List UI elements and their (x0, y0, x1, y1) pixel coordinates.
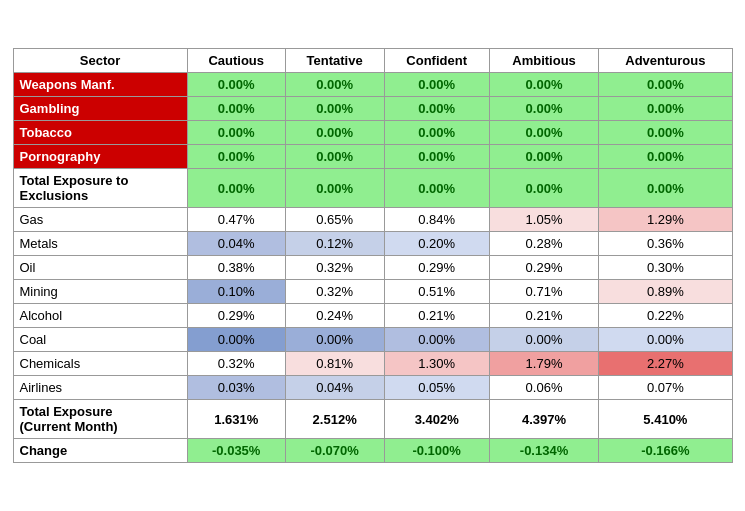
data-value-cell: 1.79% (489, 352, 598, 376)
total-exclusion-row: Total Exposure toExclusions0.00%0.00%0.0… (13, 169, 732, 208)
col-header-cautious: Cautious (187, 49, 285, 73)
data-row: Mining0.10%0.32%0.51%0.71%0.89% (13, 280, 732, 304)
total-month-sector: Total Exposure(Current Month) (13, 400, 187, 439)
data-value-cell: 0.32% (285, 256, 384, 280)
total-month-value: 1.631% (187, 400, 285, 439)
col-header-tentative: Tentative (285, 49, 384, 73)
total-exclusion-value: 0.00% (489, 169, 598, 208)
sector-cell: Gas (13, 208, 187, 232)
exposure-table: Sector Cautious Tentative Confident Ambi… (13, 48, 733, 463)
data-value-cell: 0.12% (285, 232, 384, 256)
data-value-cell: 0.38% (187, 256, 285, 280)
data-value-cell: 0.20% (384, 232, 489, 256)
data-row: Oil0.38%0.32%0.29%0.29%0.30% (13, 256, 732, 280)
data-value-cell: 0.89% (599, 280, 732, 304)
data-value-cell: 2.27% (599, 352, 732, 376)
sector-cell: Mining (13, 280, 187, 304)
data-row: Metals0.04%0.12%0.20%0.28%0.36% (13, 232, 732, 256)
exclusion-row: Gambling0.00%0.00%0.00%0.00%0.00% (13, 97, 732, 121)
data-value-cell: 0.51% (384, 280, 489, 304)
data-row: Chemicals0.32%0.81%1.30%1.79%2.27% (13, 352, 732, 376)
data-value-cell: 0.81% (285, 352, 384, 376)
sector-cell: Chemicals (13, 352, 187, 376)
value-cell: 0.00% (384, 121, 489, 145)
change-value: -0.035% (187, 439, 285, 463)
data-value-cell: 0.29% (384, 256, 489, 280)
data-value-cell: 0.32% (187, 352, 285, 376)
value-cell: 0.00% (489, 121, 598, 145)
value-cell: 0.00% (489, 145, 598, 169)
col-header-confident: Confident (384, 49, 489, 73)
col-header-adventurous: Adventurous (599, 49, 732, 73)
col-header-sector: Sector (13, 49, 187, 73)
data-value-cell: 0.00% (384, 328, 489, 352)
sector-cell: Coal (13, 328, 187, 352)
total-month-value: 3.402% (384, 400, 489, 439)
value-cell: 0.00% (599, 121, 732, 145)
total-exclusion-value: 0.00% (187, 169, 285, 208)
data-value-cell: 0.00% (285, 328, 384, 352)
data-value-cell: 0.03% (187, 376, 285, 400)
value-cell: 0.00% (187, 145, 285, 169)
data-value-cell: 0.06% (489, 376, 598, 400)
data-row: Alcohol0.29%0.24%0.21%0.21%0.22% (13, 304, 732, 328)
data-value-cell: 0.30% (599, 256, 732, 280)
change-row: Change-0.035%-0.070%-0.100%-0.134%-0.166… (13, 439, 732, 463)
value-cell: 0.00% (599, 73, 732, 97)
value-cell: 0.00% (285, 145, 384, 169)
change-value: -0.070% (285, 439, 384, 463)
data-value-cell: 0.07% (599, 376, 732, 400)
data-value-cell: 0.71% (489, 280, 598, 304)
change-value: -0.100% (384, 439, 489, 463)
data-value-cell: 0.65% (285, 208, 384, 232)
value-cell: 0.00% (285, 73, 384, 97)
value-cell: 0.00% (599, 145, 732, 169)
sector-cell: Airlines (13, 376, 187, 400)
exclusion-row: Weapons Manf.0.00%0.00%0.00%0.00%0.00% (13, 73, 732, 97)
data-value-cell: 0.05% (384, 376, 489, 400)
value-cell: 0.00% (384, 73, 489, 97)
data-value-cell: 0.00% (187, 328, 285, 352)
data-value-cell: 1.05% (489, 208, 598, 232)
data-row: Gas0.47%0.65%0.84%1.05%1.29% (13, 208, 732, 232)
table-body: Weapons Manf.0.00%0.00%0.00%0.00%0.00%Ga… (13, 73, 732, 463)
header-row: Sector Cautious Tentative Confident Ambi… (13, 49, 732, 73)
data-value-cell: 0.32% (285, 280, 384, 304)
value-cell: 0.00% (187, 121, 285, 145)
value-cell: 0.00% (285, 97, 384, 121)
change-sector: Change (13, 439, 187, 463)
change-value: -0.134% (489, 439, 598, 463)
total-exclusion-value: 0.00% (599, 169, 732, 208)
sector-cell: Pornography (13, 145, 187, 169)
data-row: Coal0.00%0.00%0.00%0.00%0.00% (13, 328, 732, 352)
data-value-cell: 0.00% (489, 328, 598, 352)
value-cell: 0.00% (187, 73, 285, 97)
value-cell: 0.00% (384, 97, 489, 121)
data-value-cell: 0.04% (187, 232, 285, 256)
total-month-value: 2.512% (285, 400, 384, 439)
total-month-row: Total Exposure(Current Month)1.631%2.512… (13, 400, 732, 439)
sector-cell: Tobacco (13, 121, 187, 145)
data-row: Airlines0.03%0.04%0.05%0.06%0.07% (13, 376, 732, 400)
data-value-cell: 0.21% (384, 304, 489, 328)
sector-cell: Metals (13, 232, 187, 256)
total-month-value: 4.397% (489, 400, 598, 439)
exclusion-row: Pornography0.00%0.00%0.00%0.00%0.00% (13, 145, 732, 169)
data-value-cell: 0.00% (599, 328, 732, 352)
value-cell: 0.00% (384, 145, 489, 169)
data-value-cell: 0.36% (599, 232, 732, 256)
data-value-cell: 0.22% (599, 304, 732, 328)
data-value-cell: 0.21% (489, 304, 598, 328)
value-cell: 0.00% (599, 97, 732, 121)
data-value-cell: 0.28% (489, 232, 598, 256)
total-exclusion-value: 0.00% (285, 169, 384, 208)
data-value-cell: 0.04% (285, 376, 384, 400)
col-header-ambitious: Ambitious (489, 49, 598, 73)
data-value-cell: 0.24% (285, 304, 384, 328)
exclusion-row: Tobacco0.00%0.00%0.00%0.00%0.00% (13, 121, 732, 145)
value-cell: 0.00% (489, 73, 598, 97)
value-cell: 0.00% (187, 97, 285, 121)
total-month-value: 5.410% (599, 400, 732, 439)
data-value-cell: 0.47% (187, 208, 285, 232)
data-value-cell: 1.29% (599, 208, 732, 232)
